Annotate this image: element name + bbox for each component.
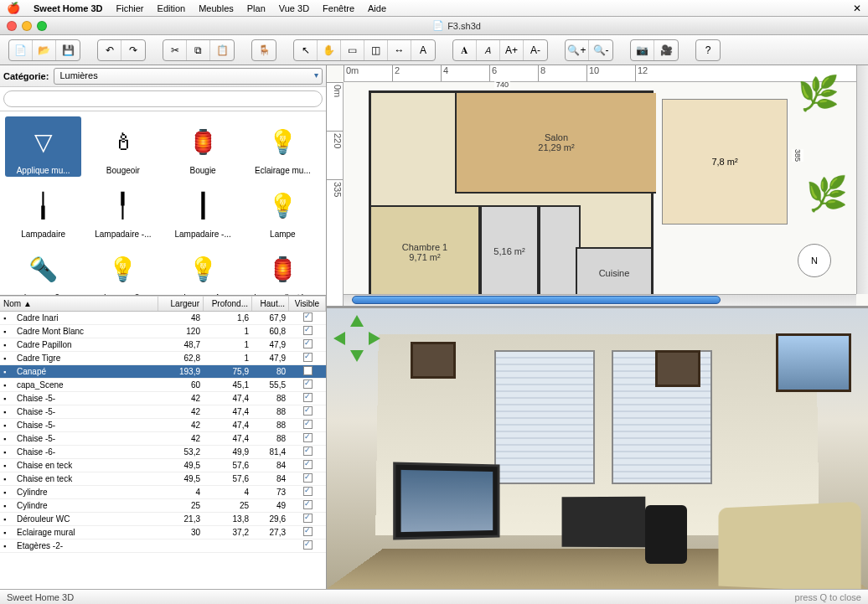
close-x-icon[interactable]: ✕ [853, 3, 861, 14]
window-zoom-button[interactable] [37, 21, 47, 31]
window-close-button[interactable] [7, 21, 17, 31]
table-row[interactable]: ▪Etagères -2- [0, 539, 326, 553]
table-row[interactable]: ▪Cadre Tigre62,8147,9 [0, 352, 326, 365]
apple-menu-icon[interactable]: 🍎 [7, 2, 20, 14]
select-tool-button[interactable]: ↖ [294, 40, 318, 60]
table-row[interactable]: ▪Chaise -5-4247,488 [0, 432, 326, 446]
row-visible-checkbox[interactable] [303, 447, 313, 456]
menu-aide[interactable]: Aide [368, 3, 386, 13]
catalog-item[interactable]: 🕯Bougeoir [85, 116, 161, 177]
row-visible-checkbox[interactable] [303, 326, 313, 335]
text-bold-button[interactable]: 𝐀 [453, 40, 477, 60]
floor-plan[interactable]: Salon 21,29 m² Chambre 1 9,71 m² 5,16 m²… [369, 90, 654, 300]
nav-right-icon[interactable] [369, 332, 380, 345]
catalog-item[interactable]: 🏮Bougie [165, 116, 241, 177]
nav-down-icon[interactable] [350, 350, 364, 362]
catalog-item[interactable]: 💡Eclairage mu... [245, 116, 321, 177]
row-visible-checkbox[interactable] [303, 379, 313, 389]
menu-fenetre[interactable]: Fenêtre [323, 3, 354, 13]
row-visible-checkbox[interactable] [303, 514, 313, 523]
text-decrease-button[interactable]: A- [524, 40, 547, 60]
catalog-item[interactable]: 💡Lampe -4- [165, 244, 241, 296]
zoom-out-button[interactable]: 🔍- [589, 40, 612, 60]
menu-vue3d[interactable]: Vue 3D [279, 3, 309, 13]
save-file-button[interactable]: 💾 [56, 40, 80, 60]
menu-meubles[interactable]: Meubles [199, 3, 234, 13]
furniture-list[interactable]: Nom ▲ Largeur Profond... Haut... Visible… [0, 296, 326, 589]
help-button[interactable]: ? [696, 40, 720, 60]
row-visible-checkbox[interactable] [303, 339, 313, 348]
catalog-item[interactable]: ╽Lampadaire [5, 180, 81, 240]
row-visible-checkbox[interactable] [303, 393, 313, 402]
row-visible-checkbox[interactable] [303, 353, 313, 362]
video-button[interactable]: 🎥 [654, 40, 678, 60]
menu-fichier[interactable]: Fichier [116, 3, 144, 13]
open-file-button[interactable]: 📂 [33, 40, 56, 60]
table-row[interactable]: ▪Chaise en teck49,557,684 [0, 472, 326, 486]
table-row[interactable]: ▪Cadre Papillon48,7147,9 [0, 338, 326, 352]
row-visible-checkbox[interactable] [303, 527, 313, 536]
plan-scrollbar-h[interactable] [344, 294, 856, 306]
furniture-header[interactable]: Nom ▲ Largeur Profond... Haut... Visible [0, 297, 326, 312]
row-visible-checkbox[interactable] [303, 540, 313, 550]
paste-button[interactable]: 📋 [210, 40, 234, 60]
table-row[interactable]: ▪capa_Scene6045,155,5 [0, 379, 326, 392]
row-visible-checkbox[interactable] [303, 366, 313, 375]
table-row[interactable]: ▪Canapé193,975,980 [0, 365, 326, 379]
col-visible[interactable]: Visible [289, 297, 326, 311]
plan-scrollbar-v[interactable] [856, 65, 868, 294]
table-row[interactable]: ▪Chaise -5-4247,488 [0, 392, 326, 405]
nav-up-icon[interactable] [350, 315, 364, 327]
catalog-item[interactable]: 💡Lampe [245, 180, 321, 240]
add-furniture-button[interactable]: 🪑 [252, 40, 276, 60]
text-italic-button[interactable]: 𝘈 [477, 40, 500, 60]
room-tool-button[interactable]: ◫ [364, 40, 388, 60]
row-visible-checkbox[interactable] [303, 420, 313, 429]
col-depth[interactable]: Profond... [204, 297, 252, 311]
table-row[interactable]: ▪Chaise en teck49,557,684 [0, 459, 326, 472]
table-row[interactable]: ▪Cadre Mont Blanc120160,8 [0, 325, 326, 338]
pan-tool-button[interactable]: ✋ [318, 40, 341, 60]
photo-button[interactable]: 📷 [631, 40, 654, 60]
table-row[interactable]: ▪Chaise -5-4247,488 [0, 405, 326, 419]
nav-left-icon[interactable] [333, 332, 345, 345]
table-row[interactable]: ▪Cylindre252549 [0, 499, 326, 513]
dimension-tool-button[interactable]: ↔ [388, 40, 411, 60]
wall-tool-button[interactable]: ▭ [341, 40, 364, 60]
row-visible-checkbox[interactable] [303, 500, 313, 509]
new-file-button[interactable]: 📄 [9, 40, 33, 60]
catalog-item[interactable]: ▽Applique mu... [5, 116, 81, 177]
copy-button[interactable]: ⧉ [187, 40, 210, 60]
col-name[interactable]: Nom ▲ [0, 297, 158, 311]
col-width[interactable]: Largeur [158, 297, 204, 311]
col-height[interactable]: Haut... [252, 297, 289, 311]
compass-icon[interactable]: N [798, 244, 831, 277]
table-row[interactable]: ▪Eclairage mural3037,227,3 [0, 526, 326, 539]
table-row[interactable]: ▪Cadre Inari481,667,9 [0, 312, 326, 325]
row-visible-checkbox[interactable] [303, 487, 313, 496]
catalog-item[interactable]: 🏮Lampe d'exté... [245, 244, 321, 296]
row-visible-checkbox[interactable] [303, 406, 313, 416]
catalog-search-input[interactable] [3, 90, 323, 107]
table-row[interactable]: ▪Chaise -5-4247,488 [0, 419, 326, 432]
catalog-item[interactable]: ┃Lampadaire -... [165, 180, 241, 240]
text-increase-button[interactable]: A+ [500, 40, 524, 60]
category-select[interactable]: Lumières [54, 68, 323, 85]
cut-button[interactable]: ✂ [163, 40, 187, 60]
row-visible-checkbox[interactable] [303, 433, 313, 442]
row-visible-checkbox[interactable] [303, 312, 313, 322]
row-visible-checkbox[interactable] [303, 473, 313, 483]
redo-button[interactable]: ↷ [121, 40, 145, 60]
window-minimize-button[interactable] [22, 21, 32, 31]
row-visible-checkbox[interactable] [303, 460, 313, 469]
catalog-item[interactable]: 💡Lampe -3- [85, 244, 161, 296]
table-row[interactable]: ▪Chaise -6-53,249,981,4 [0, 446, 326, 459]
3d-view[interactable] [327, 308, 868, 589]
plan-view[interactable]: 0m24681012 0m220335 740 Salon 21,29 m² C… [327, 65, 868, 308]
menu-plan[interactable]: Plan [247, 3, 266, 13]
table-row[interactable]: ▪Dérouleur WC21,313,829,6 [0, 513, 326, 526]
zoom-in-button[interactable]: 🔍+ [566, 40, 589, 60]
text-tool-button[interactable]: A [411, 40, 435, 60]
app-title[interactable]: Sweet Home 3D [34, 3, 103, 13]
undo-button[interactable]: ↶ [98, 40, 121, 60]
